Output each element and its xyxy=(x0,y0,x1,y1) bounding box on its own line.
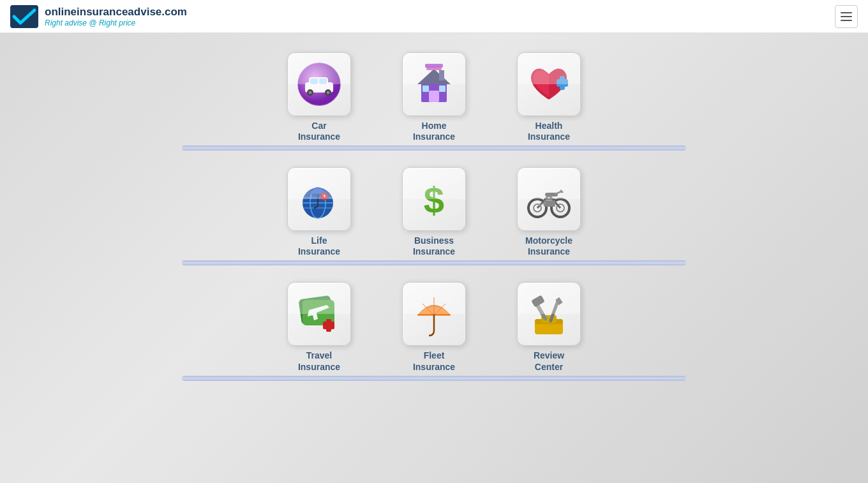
life-label-line2: Insurance xyxy=(298,246,340,256)
svg-line-51 xyxy=(434,304,445,315)
review-label-line2: Center xyxy=(535,362,563,372)
svg-point-10 xyxy=(327,91,330,94)
health-insurance-card[interactable]: Health Insurance xyxy=(511,52,587,142)
home-label-line1: Home xyxy=(422,120,447,131)
svg-line-40 xyxy=(560,190,563,193)
car-icon-box xyxy=(287,52,351,116)
divider-1 xyxy=(182,145,686,151)
health-label-line2: Insurance xyxy=(528,131,570,142)
fleet-icon-box xyxy=(402,282,466,346)
review-center-card[interactable]: Review Center xyxy=(511,282,587,371)
home-icon-box xyxy=(402,52,466,116)
logo-text: onlineinsuranceadvise.com Right advise @… xyxy=(45,6,187,27)
travel-insurance-card[interactable]: Travel Insurance xyxy=(281,282,357,371)
svg-rect-20 xyxy=(560,76,565,90)
travel-icon xyxy=(296,291,342,337)
logo-area: onlineinsuranceadvise.com Right advise @… xyxy=(10,5,187,28)
svg-point-8 xyxy=(309,91,312,94)
svg-line-50 xyxy=(423,304,434,315)
svg-line-39 xyxy=(555,191,562,194)
review-label-line1: Review xyxy=(534,350,564,361)
travel-icon-box xyxy=(287,282,351,346)
svg-rect-13 xyxy=(439,70,444,80)
logo-icon xyxy=(10,5,38,28)
life-label-line1: Life xyxy=(311,235,327,246)
insurance-row-3: Travel Insurance xyxy=(182,282,686,384)
main-content: Car Insurance xyxy=(0,33,868,398)
svg-rect-57 xyxy=(531,295,545,308)
home-insurance-card[interactable]: Home Insurance xyxy=(396,52,472,142)
business-icon: $ xyxy=(411,176,457,222)
svg-point-27 xyxy=(320,193,328,200)
svg-marker-59 xyxy=(554,297,564,306)
health-icon-box xyxy=(517,52,581,116)
fleet-insurance-card[interactable]: Fleet Insurance xyxy=(396,282,472,371)
motorcycle-icon xyxy=(526,176,572,222)
logo-subtitle: Right advise @ Right price xyxy=(45,19,187,27)
divider-3 xyxy=(182,376,686,381)
row-2-cards: Life Insurance $ Business Insurance xyxy=(281,167,587,256)
home-label-line2: Insurance xyxy=(413,131,455,142)
hamburger-button[interactable] xyxy=(835,5,858,28)
svg-rect-14 xyxy=(429,91,439,102)
svg-rect-16 xyxy=(439,85,445,92)
home-icon xyxy=(411,61,457,107)
svg-rect-17 xyxy=(426,66,442,70)
motorcycle-label-line1: Motorcycle xyxy=(525,235,572,246)
divider-2 xyxy=(182,260,686,265)
fleet-label-line1: Fleet xyxy=(424,350,445,361)
svg-rect-18 xyxy=(425,64,443,68)
travel-label-line1: Travel xyxy=(306,350,332,361)
motorcycle-label-line2: Insurance xyxy=(528,246,570,256)
svg-rect-41 xyxy=(544,200,555,207)
svg-text:$: $ xyxy=(424,179,444,221)
header: onlineinsuranceadvise.com Right advise @… xyxy=(0,0,868,33)
svg-rect-4 xyxy=(309,77,328,85)
health-label-line1: Health xyxy=(535,120,563,131)
car-label-line2: Insurance xyxy=(298,131,340,142)
insurance-row-2: Life Insurance $ Business Insurance xyxy=(182,167,686,269)
business-icon-box: $ xyxy=(402,167,466,231)
business-label-line2: Insurance xyxy=(413,246,455,256)
health-icon xyxy=(526,61,572,107)
motorcycle-insurance-card[interactable]: Motorcycle Insurance xyxy=(511,167,587,256)
row-1-cards: Car Insurance xyxy=(281,52,587,142)
svg-marker-12 xyxy=(417,69,451,84)
motorcycle-icon-box xyxy=(517,167,581,231)
fleet-icon xyxy=(411,291,457,337)
svg-rect-46 xyxy=(326,319,331,332)
life-icon xyxy=(296,176,342,222)
hamburger-line-2 xyxy=(841,16,852,17)
life-icon-box xyxy=(287,167,351,231)
svg-rect-56 xyxy=(534,301,548,321)
svg-rect-5 xyxy=(310,78,318,84)
travel-label-line2: Insurance xyxy=(298,362,340,372)
hamburger-line-1 xyxy=(841,12,852,13)
car-insurance-card[interactable]: Car Insurance xyxy=(281,52,357,142)
business-label-line1: Business xyxy=(414,235,454,246)
svg-rect-6 xyxy=(319,78,327,84)
insurance-row-1: Car Insurance xyxy=(182,52,686,154)
fleet-label-line2: Insurance xyxy=(413,362,455,372)
hamburger-line-3 xyxy=(841,20,852,21)
business-insurance-card[interactable]: $ Business Insurance xyxy=(396,167,472,256)
car-label-line1: Car xyxy=(311,120,326,131)
svg-rect-38 xyxy=(545,193,558,197)
row-3-cards: Travel Insurance xyxy=(281,282,587,371)
car-icon xyxy=(296,61,342,107)
svg-rect-15 xyxy=(423,85,429,92)
review-icon-box xyxy=(517,282,581,346)
life-insurance-card[interactable]: Life Insurance xyxy=(281,167,357,256)
review-icon xyxy=(526,291,572,337)
logo-title: onlineinsuranceadvise.com xyxy=(45,6,187,19)
